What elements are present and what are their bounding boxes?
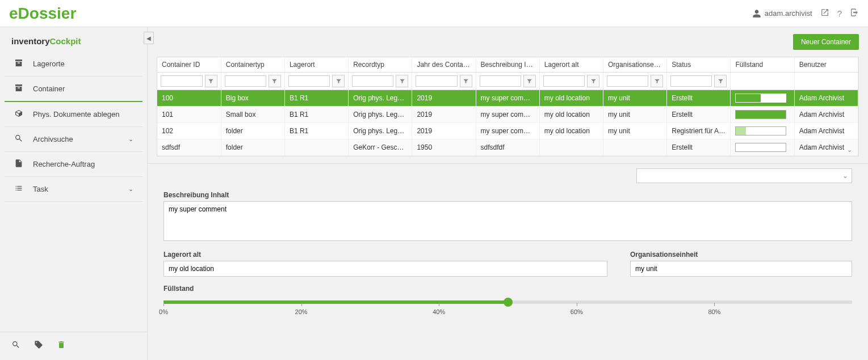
filter-input[interactable]	[288, 75, 330, 87]
column-header[interactable]: Füllstand	[731, 57, 794, 73]
filter-icon[interactable]	[523, 75, 536, 87]
org-input[interactable]	[630, 261, 852, 277]
app-logo: eDossier	[9, 5, 76, 23]
table-row[interactable]: 101Small boxB1 R1Orig phys. Legac... 201…	[157, 107, 858, 123]
chevron-down-icon: ⌄	[128, 185, 133, 193]
column-header[interactable]: Status	[667, 57, 731, 73]
beschreibung-label: Beschreibung Inhalt	[163, 191, 852, 199]
table-row[interactable]: sdfsdffolderGeKorr - Geschä... 1950sdfsd…	[157, 139, 858, 156]
nav-label: Task	[33, 185, 48, 193]
user-icon	[752, 9, 761, 18]
logo-text: Dossier	[18, 5, 77, 22]
tags-icon[interactable]	[34, 340, 43, 352]
box-icon	[14, 109, 24, 120]
username-label: adam.archivist	[765, 9, 812, 18]
slider-thumb[interactable]	[504, 298, 513, 307]
column-header[interactable]: Lagerort	[284, 57, 348, 73]
filter-input[interactable]	[543, 75, 585, 87]
grid-filter-row	[157, 73, 858, 90]
nav-label: Container	[33, 84, 65, 93]
column-header[interactable]: Recordtyp	[349, 57, 412, 73]
logout-icon[interactable]	[850, 8, 859, 19]
main-content: Neuer Container Container IDContainertyp…	[148, 27, 868, 360]
search-icon[interactable]	[11, 340, 20, 352]
filter-icon[interactable]	[460, 75, 472, 87]
beschreibung-textarea[interactable]	[163, 201, 852, 241]
filter-input[interactable]	[352, 75, 393, 87]
archive-icon	[14, 83, 24, 94]
column-header[interactable]: Beschreibung Inhalt	[476, 57, 539, 73]
filter-icon[interactable]	[269, 75, 281, 87]
table-row[interactable]: 100Big boxB1 R1Orig phys. Legac... 2019m…	[157, 90, 858, 107]
sidebar-item-4[interactable]: Recherche-Auftrag	[5, 152, 142, 177]
column-header[interactable]: Containertyp	[221, 57, 284, 73]
column-header[interactable]: Lagerort alt	[539, 57, 603, 73]
sidebar-item-2[interactable]: Phys. Dokumente ablegen	[5, 102, 142, 127]
filter-icon[interactable]	[332, 75, 345, 87]
column-header[interactable]: Jahr des Contain...	[412, 57, 476, 73]
filter-input[interactable]	[225, 75, 266, 87]
fuellstand-label: Füllstand	[163, 285, 852, 293]
fill-bar	[735, 126, 786, 135]
archive-icon	[14, 58, 24, 69]
search-icon	[14, 134, 24, 145]
toolbar: Neuer Container	[148, 27, 868, 57]
nav-label: Archivsuche	[33, 135, 73, 143]
trash-icon[interactable]	[57, 340, 66, 352]
header-right: adam.archivist ?	[752, 8, 859, 19]
grid-body: 100Big boxB1 R1Orig phys. Legac... 2019m…	[157, 90, 858, 156]
detail-panel: ⌄ Beschreibung Inhalt Lagerort alt Organ…	[148, 163, 868, 360]
fuellstand-slider[interactable]	[163, 300, 852, 304]
sidebar-nav: Lagerorte Container Phys. Dokumente able…	[0, 52, 147, 332]
nav-label: Recherche-Auftrag	[33, 160, 95, 168]
app-header: eDossier adam.archivist ?	[0, 0, 868, 27]
sidebar-collapse-button[interactable]: ◀	[144, 32, 154, 44]
sidebar-item-5[interactable]: Task ⌄	[5, 177, 142, 202]
fill-bar	[735, 143, 786, 152]
filter-input[interactable]	[161, 75, 203, 87]
filter-icon[interactable]	[714, 75, 727, 87]
column-header[interactable]: Organisationsein...	[603, 57, 667, 73]
new-container-button[interactable]: Neuer Container	[793, 34, 859, 50]
filter-input[interactable]	[670, 75, 712, 87]
fill-bar	[735, 94, 786, 103]
fill-bar	[735, 110, 786, 119]
filter-icon[interactable]	[205, 75, 217, 87]
column-header[interactable]: Benutzer	[794, 57, 858, 73]
filter-icon[interactable]	[587, 75, 599, 87]
container-grid: Container IDContainertypLagerortRecordty…	[157, 57, 859, 156]
external-link-icon[interactable]	[820, 8, 829, 19]
sidebar-title: inventoryCockpit	[0, 27, 147, 52]
sidebar-item-1[interactable]: Container	[5, 77, 142, 102]
slider-tick: 80%	[708, 308, 720, 315]
filter-input[interactable]	[416, 75, 457, 87]
slider-tick: 60%	[571, 308, 583, 315]
chevron-down-icon: ⌄	[128, 135, 133, 143]
sidebar-title-a: inventory	[11, 36, 50, 46]
logo-prefix: e	[9, 5, 18, 22]
scroll-down-icon[interactable]: ⌄	[847, 146, 856, 154]
sidebar-item-3[interactable]: Archivsuche ⌄	[5, 127, 142, 152]
detail-dropdown[interactable]: ⌄	[636, 168, 852, 183]
filter-input[interactable]	[607, 75, 648, 87]
filter-icon[interactable]	[651, 75, 663, 87]
file-icon	[14, 159, 24, 170]
list-icon	[14, 184, 24, 194]
sidebar-footer	[0, 332, 147, 360]
slider-tick: 20%	[295, 308, 308, 315]
lagerort-alt-input[interactable]	[163, 261, 607, 277]
user-menu[interactable]: adam.archivist	[752, 9, 812, 18]
sidebar-item-0[interactable]: Lagerorte	[5, 52, 142, 77]
filter-icon[interactable]	[396, 75, 408, 87]
slider-tick: 40%	[433, 308, 445, 315]
table-row[interactable]: 102folderB1 R1Orig phys. Legac... 2019my…	[157, 123, 858, 139]
filter-input[interactable]	[480, 75, 521, 87]
sidebar-title-b: Cockpit	[50, 36, 81, 46]
help-icon[interactable]: ?	[837, 9, 842, 18]
sidebar: ◀ inventoryCockpit Lagerorte Container P…	[0, 27, 148, 360]
grid-header-row: Container IDContainertypLagerortRecordty…	[157, 57, 858, 73]
lagerort-alt-label: Lagerort alt	[163, 251, 607, 259]
nav-label: Lagerorte	[33, 60, 65, 68]
column-header[interactable]: Container ID	[157, 57, 221, 73]
org-label: Organisationseinheit	[630, 251, 852, 259]
